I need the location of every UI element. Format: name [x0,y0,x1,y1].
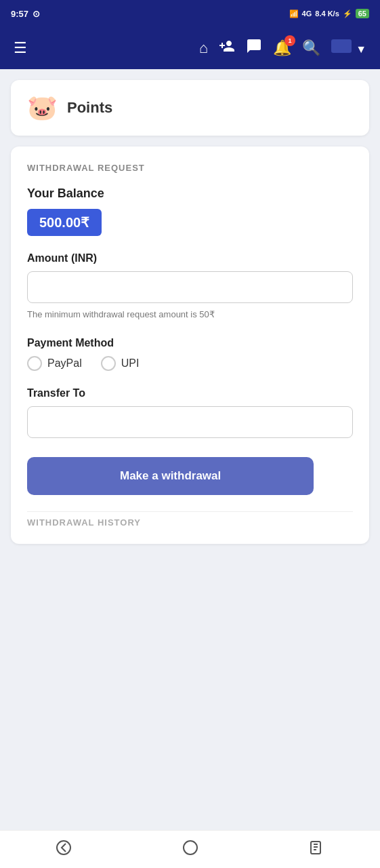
recent-nav-icon[interactable] [309,840,325,860]
paypal-label: PayPal [47,357,82,370]
upi-radio[interactable] [101,356,116,371]
svg-point-0 [57,841,70,854]
chat-icon[interactable] [246,38,262,58]
upi-option[interactable]: UPI [101,356,140,371]
home-nav-icon[interactable] [182,840,198,860]
battery-level: 65 [356,9,369,18]
back-nav-icon[interactable] [56,840,72,860]
bottom-nav [0,830,380,868]
bell-icon[interactable]: 🔔 1 [273,39,291,57]
withdraw-button[interactable]: Make a withdrawal [27,457,314,495]
status-icon: ⊙ [33,9,40,19]
status-time: 9:57 [11,9,28,19]
withdrawal-card: WITHDRAWAL REQUEST Your Balance 500.00₹ … [11,146,369,544]
avatar-icon[interactable]: ▼ [331,39,366,57]
payment-radio-group: PayPal UPI [27,356,353,371]
svg-point-1 [184,841,197,854]
minimum-hint: The minimum withdrawal request amount is… [27,309,353,321]
piggy-bank-icon: 🐷 [27,94,58,122]
transfer-to-label: Transfer To [27,387,353,399]
points-label: Points [67,99,112,117]
amount-label: Amount (INR) [27,252,353,264]
balance-value: 500.00₹ [27,209,102,236]
balance-label: Your Balance [27,186,353,201]
notification-badge: 1 [284,35,295,46]
network-type: 4G [302,9,312,18]
paypal-option[interactable]: PayPal [27,356,82,371]
paypal-radio[interactable] [27,356,42,371]
add-person-icon[interactable] [219,38,235,58]
charging-icon: ⚡ [343,9,352,18]
points-card: 🐷 Points [11,80,369,136]
home-icon[interactable]: ⌂ [199,39,208,57]
menu-icon[interactable]: ☰ [14,39,27,57]
transfer-to-input[interactable] [27,406,353,438]
top-nav: ☰ ⌂ 🔔 1 🔍 ▼ [0,27,380,69]
withdrawal-title: WITHDRAWAL REQUEST [27,163,353,173]
signal-icon: 📶 [289,9,299,18]
history-label: WITHDRAWAL HISTORY [27,511,353,528]
upi-label: UPI [121,357,140,370]
payment-method-label: Payment Method [27,337,353,349]
payment-method-section: Payment Method PayPal UPI [27,337,353,371]
speed-indicator: 8.4 K/s [315,9,339,18]
amount-input[interactable] [27,271,353,303]
transfer-to-section: Transfer To [27,387,353,438]
main-content: 🐷 Points WITHDRAWAL REQUEST Your Balance… [0,69,380,830]
search-icon[interactable]: 🔍 [302,39,320,57]
status-bar: 9:57 ⊙ 📶 4G 8.4 K/s ⚡ 65 [0,0,380,27]
